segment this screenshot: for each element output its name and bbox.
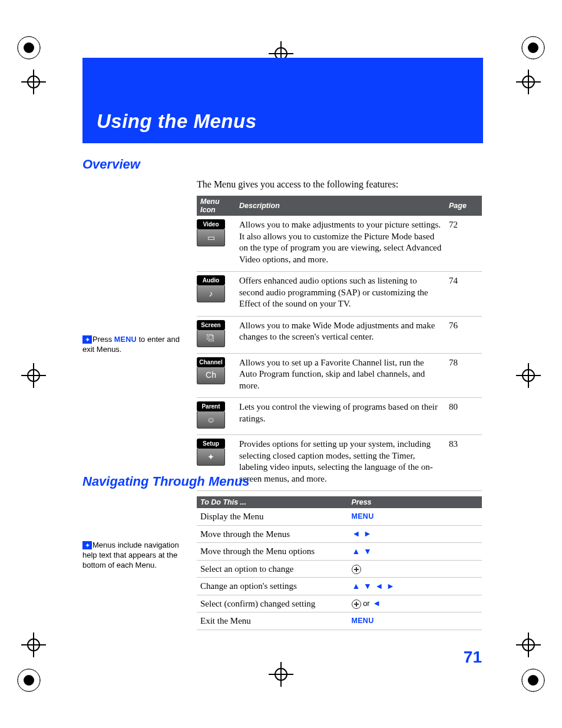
svg-point-1 — [24, 42, 34, 53]
regmark-icon — [521, 35, 546, 60]
col-header-description: Description — [236, 196, 445, 216]
tip-icon: ✦ — [82, 335, 92, 344]
table-row: Parent☺Lets you control the viewing of p… — [197, 398, 482, 435]
table-row: Change an option's settings▲ ▼ ◄ ► — [197, 578, 482, 595]
arrow-icon: ▼ — [363, 545, 372, 558]
nav-action: Select an option to change — [197, 560, 348, 578]
menu-icon-glyph: ☺ — [197, 411, 225, 429]
table-row: Select an option to change — [197, 560, 482, 578]
menu-icon-glyph: ⿻ — [197, 330, 225, 347]
feature-page-ref: 78 — [445, 353, 482, 398]
menu-icon-glyph: Ch — [197, 367, 225, 384]
col-header-page: Page — [445, 196, 482, 216]
feature-page-ref: 72 — [445, 216, 482, 272]
menu-key-label: MENU — [352, 512, 374, 521]
press-cell: MENU — [348, 612, 482, 630]
menu-icon-glyph: ♪ — [197, 285, 225, 302]
press-cell: ▲ ▼ — [348, 543, 482, 561]
nav-action: Display the Menu — [197, 508, 348, 525]
menu-icon-cell: Screen⿻ — [197, 316, 236, 353]
joystick-icon — [352, 599, 361, 609]
crosshair-icon — [21, 633, 46, 657]
nav-action: Exit the Menu — [197, 612, 348, 630]
section-heading-navigating: Navigating Through Menus — [82, 474, 250, 489]
chapter-title: Using the Menus — [97, 110, 257, 133]
arrow-icon: ◄ — [352, 528, 361, 540]
arrow-icon: ▲ — [352, 545, 361, 558]
menu-icon-setup: Setup✦ — [197, 439, 225, 466]
menu-icon-cell: Parent☺ — [197, 398, 236, 435]
feature-page-ref: 80 — [445, 398, 482, 435]
regmark-icon — [521, 668, 546, 693]
chapter-banner: Using the Menus — [82, 58, 483, 143]
menu-key-label: MENU — [352, 617, 374, 625]
feature-table: Menu Icon Description Page Video▭Allows … — [197, 196, 482, 491]
nav-action: Move through the Menus — [197, 525, 348, 543]
table-row: Select (confirm) changed setting or ◄ — [197, 595, 482, 612]
table-row: Video▭Allows you to make adjustments to … — [197, 216, 482, 272]
crosshair-icon — [516, 363, 541, 388]
table-row: Screen⿻Allows you to make Wide Mode adju… — [197, 316, 482, 353]
arrow-icon: ▼ — [363, 580, 372, 592]
press-cell: or ◄ — [348, 595, 482, 612]
menu-icon-cell: Audio♪ — [197, 272, 236, 317]
crosshair-icon — [269, 662, 293, 687]
nav-action: Change an option's settings — [197, 578, 348, 595]
joystick-icon — [352, 565, 361, 574]
menu-icon-label: Screen — [197, 320, 225, 330]
tip-icon: ✦ — [82, 541, 92, 549]
feature-page-ref: 83 — [445, 435, 482, 491]
feature-description: Allows you to make Wide Mode adjustments… — [236, 316, 445, 353]
col-header-action: To Do This ... — [197, 496, 348, 508]
table-row: Display the MenuMENU — [197, 508, 482, 525]
table-row: Audio♪Offers enhanced audio options such… — [197, 272, 482, 317]
feature-description: Lets you control the viewing of programs… — [236, 398, 445, 435]
table-row: ChannelChAllows you to set up a Favorite… — [197, 353, 482, 398]
menu-icon-label: Audio — [197, 275, 225, 285]
arrow-icon: ► — [363, 528, 372, 540]
nav-table: To Do This ... Press Display the MenuMEN… — [197, 496, 482, 630]
press-cell: ▲ ▼ ◄ ► — [348, 578, 482, 595]
feature-page-ref: 74 — [445, 272, 482, 317]
crosshair-icon — [516, 70, 541, 94]
menu-icon-screen: Screen⿻ — [197, 320, 225, 347]
arrow-icon: ▲ — [352, 580, 361, 592]
menu-icon-glyph: ✦ — [197, 449, 225, 466]
table-row: Move through the Menu options▲ ▼ — [197, 543, 482, 561]
feature-description: Allows you to set up a Favorite Channel … — [236, 353, 445, 398]
feature-description: Allows you to make adjustments to your p… — [236, 216, 445, 272]
menu-icon-glyph: ▭ — [197, 229, 225, 246]
menu-icon-video: Video▭ — [197, 219, 225, 246]
tip-press-menu: ✦Press MENU to enter and exit Menus. — [82, 335, 180, 355]
feature-description: Provides options for setting up your sys… — [236, 435, 445, 491]
menu-icon-audio: Audio♪ — [197, 275, 225, 302]
menu-icon-cell: Video▭ — [197, 216, 236, 272]
crosshair-icon — [21, 70, 46, 94]
page-number: 71 — [464, 648, 482, 667]
svg-point-7 — [24, 675, 34, 686]
svg-point-10 — [528, 675, 538, 686]
press-cell: MENU — [348, 508, 482, 525]
menu-icon-label: Parent — [197, 401, 225, 411]
table-row: Exit the MenuMENU — [197, 612, 482, 630]
regmark-icon — [16, 668, 41, 693]
menu-icon-parent: Parent☺ — [197, 401, 225, 429]
col-header-icon: Menu Icon — [197, 196, 236, 216]
press-cell: ◄ ► — [348, 525, 482, 543]
menu-icon-label: Setup — [197, 439, 225, 449]
arrow-icon: ► — [386, 580, 395, 592]
arrow-icon: ◄ — [372, 597, 381, 610]
feature-description: Offers enhanced audio options such as li… — [236, 272, 445, 317]
tip-help-text: ✦Menus include navigation help text that… — [82, 541, 180, 571]
menu-icon-label: Video — [197, 219, 225, 229]
feature-page-ref: 76 — [445, 316, 482, 353]
nav-action: Move through the Menu options — [197, 543, 348, 561]
crosshair-icon — [21, 363, 46, 388]
menu-icon-channel: ChannelCh — [197, 357, 225, 384]
nav-action: Select (confirm) changed setting — [197, 595, 348, 612]
crosshair-icon — [516, 633, 541, 657]
menu-icon-label: Channel — [197, 357, 225, 367]
section-heading-overview: Overview — [82, 157, 140, 172]
regmark-icon — [16, 35, 41, 60]
press-cell — [348, 560, 482, 578]
